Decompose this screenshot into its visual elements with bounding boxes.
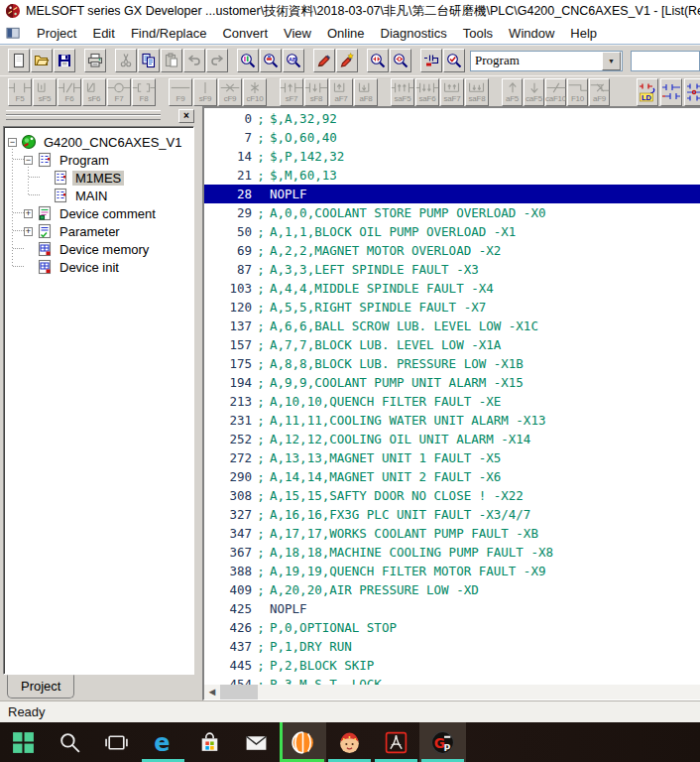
list-row[interactable]: 231;A,11,11,COOLING WATER UNIT ALARM -X1… [204, 411, 700, 430]
horizontal-scrollbar[interactable]: ◄ [204, 685, 700, 699]
ladder-symbol-view-2-button[interactable] [684, 78, 700, 106]
tree-item-device-init[interactable]: Device init [4, 258, 193, 276]
list-row[interactable]: 21;$,M,60,13 [204, 166, 700, 185]
find-replace-button[interactable] [237, 49, 259, 72]
ladder-af7-button[interactable]: aF7 [329, 78, 353, 106]
menu-edit[interactable]: Edit [84, 24, 122, 43]
paste-button[interactable] [161, 49, 182, 72]
ladder-cf9-button[interactable]: cF9 [218, 78, 242, 106]
list-row[interactable]: 426;P,0,OPTIONAL STOP [204, 618, 700, 637]
find-instruction-button[interactable]: AB [283, 49, 304, 72]
new-project-button[interactable] [8, 49, 30, 72]
tree-item-g4200-cnc6axes-v1[interactable]: −G4200_CNC6AXES_V1 [4, 133, 193, 151]
tree-item-device-comment[interactable]: +Device comment [4, 204, 193, 222]
program-check-button[interactable] [443, 49, 465, 72]
list-row[interactable]: 120;A,5,5,RIGHT SPINDLE FAULT -X7 [204, 298, 700, 317]
taskbar-orange-globe-app-icon[interactable] [280, 722, 326, 762]
ladder-f8-button[interactable]: F8 [132, 78, 156, 106]
expand-icon[interactable]: + [24, 209, 33, 218]
taskbar-store-icon[interactable] [186, 722, 233, 762]
device-test-button[interactable] [420, 49, 442, 72]
menu-view[interactable]: View [276, 24, 319, 43]
list-row[interactable]: 272;A,13,13,MAGNET UNIT 1 FAULT -X5 [204, 448, 700, 467]
ladder-f7-button[interactable]: F7 [107, 78, 131, 106]
find-device-button[interactable] [260, 49, 282, 72]
taskbar-start-icon[interactable] [0, 722, 47, 762]
ladder-sf7-button[interactable]: sF7 [280, 78, 303, 106]
collapse-icon[interactable]: − [8, 138, 17, 147]
ladder-f5-button[interactable]: F5 [8, 78, 32, 106]
chevron-down-icon[interactable]: ▼ [602, 52, 621, 70]
ladder-sf9-button[interactable]: sF9 [193, 78, 217, 106]
menu-window[interactable]: Window [501, 24, 562, 43]
panel-gripper-2[interactable] [6, 115, 161, 120]
tree-item-main[interactable]: MAIN [4, 187, 193, 204]
list-row[interactable]: 445;P,2,BLOCK SKIP [204, 656, 700, 675]
list-row[interactable]: 347;A,17,17,WORKS COOLANT PUMP FAULT -XB [204, 524, 700, 543]
ladder-f6-button[interactable]: F6 [58, 78, 81, 106]
list-row[interactable]: 290;A,14,14,MAGNET UNIT 2 FAULT -X6 [204, 467, 700, 486]
menu-diagnostics[interactable]: Diagnostics [373, 24, 455, 43]
taskbar-avatar-app-icon[interactable] [326, 722, 373, 762]
ladder-saf5-button[interactable]: saF5 [391, 78, 414, 106]
cut-button[interactable] [115, 49, 137, 72]
find-input[interactable] [631, 51, 700, 71]
open-project-button[interactable] [31, 49, 53, 72]
list-row[interactable]: 87;A,3,3,LEFT SPINDLE FAULT -X3 [204, 260, 700, 279]
ladder-af5-button[interactable]: aF5 [502, 78, 523, 106]
taskbar-acrobat-icon[interactable] [373, 722, 419, 762]
ladder-af9-button[interactable]: aF9 [589, 78, 610, 106]
menu-online[interactable]: Online [319, 24, 373, 43]
child-window-icon[interactable] [6, 26, 21, 41]
find-coil-button[interactable] [390, 49, 411, 72]
copy-button[interactable] [138, 49, 160, 72]
menu-convert[interactable]: Convert [214, 24, 276, 43]
ladder-saf8-button[interactable]: saF8 [465, 78, 489, 106]
undo-button[interactable] [183, 49, 205, 72]
tree-item-parameter[interactable]: +Parameter [4, 222, 193, 240]
list-row[interactable]: 327;A,16,16,FX3G PLC UNIT FAULT -X3/4/7 [204, 505, 700, 524]
list-row[interactable]: 103;A,4,4,MIDDLE SPINDLE FAULT -X4 [204, 279, 700, 298]
list-row[interactable]: 50;A,1,1,BLOCK OIL PUMP OVERLOAD -X1 [204, 222, 700, 241]
ladder-caf10-button[interactable]: caF10 [545, 78, 566, 106]
tab-project[interactable]: Project [7, 675, 74, 698]
list-row[interactable]: 137;A,6,6,BALL SCROW LUB. LEVEL LOW -X1C [204, 317, 700, 335]
ladder-caf5-button[interactable]: caF5 [524, 78, 544, 106]
ladder-sf8-button[interactable]: sF8 [304, 78, 328, 106]
taskbar-gx-developer-icon[interactable]: GP [419, 722, 466, 762]
list-row[interactable]: 388;A,19,19,QUENCH FILTER MOTOR FAULT -X… [204, 562, 700, 580]
ladder-saf6-button[interactable]: saF6 [415, 78, 439, 106]
list-row[interactable]: 29;A,0,0,COOLANT STORE PUMP OVERLOAD -X0 [204, 203, 700, 222]
monitor-edit-mode-button[interactable] [336, 49, 358, 72]
list-row[interactable]: 252;A,12,12,COOLING OIL UNIT ALARM -X14 [204, 430, 700, 448]
program-type-combo[interactable]: Program ▼ [470, 51, 623, 71]
list-row[interactable]: 213;A,10,10,QUENCH FILTER FAULT -XE [204, 392, 700, 411]
menu-help[interactable]: Help [562, 24, 605, 43]
redo-button[interactable] [206, 49, 228, 72]
ladder-cf10-button[interactable]: cF10 [243, 78, 267, 106]
expand-icon[interactable]: + [24, 227, 33, 236]
tree-item-m1mes[interactable]: M1MES [4, 169, 193, 187]
ladder-list-convert-button[interactable]: LD [637, 78, 658, 106]
ladder-symbol-view-button[interactable] [660, 78, 682, 106]
menu-project[interactable]: Project [29, 24, 84, 43]
ladder-edit-mode-button[interactable] [313, 49, 335, 72]
ladder-f9-button[interactable]: F9 [169, 78, 192, 106]
ladder-f10-button[interactable]: F10 [567, 78, 588, 106]
menu-find-replace[interactable]: Find/Replace [123, 24, 215, 43]
list-row[interactable]: 69;A,2,2,MAGNET MOTOR OVERLOAD -X2 [204, 241, 700, 260]
menu-tools[interactable]: Tools [455, 24, 501, 43]
scroll-thumb[interactable] [220, 685, 258, 699]
ladder-sf5-button[interactable]: sF5 [33, 78, 57, 106]
taskbar-edge-icon[interactable]: e [140, 722, 186, 762]
taskbar-task-view-icon[interactable] [93, 722, 140, 762]
scroll-left-icon[interactable]: ◄ [204, 685, 220, 699]
ladder-sf6-button[interactable]: sF6 [82, 78, 106, 106]
list-row[interactable]: 7;$,O,60,40 [204, 128, 700, 147]
taskbar-search-icon[interactable] [47, 722, 93, 762]
close-icon[interactable]: × [178, 109, 194, 123]
list-row-selected[interactable]: 28NOPLF [204, 185, 700, 203]
ladder-saf7-button[interactable]: saF7 [440, 78, 464, 106]
tree-item-program[interactable]: −Program [4, 151, 193, 169]
list-row[interactable]: 367;A,18,18,MACHINE COOLING PUMP FAULT -… [204, 543, 700, 562]
